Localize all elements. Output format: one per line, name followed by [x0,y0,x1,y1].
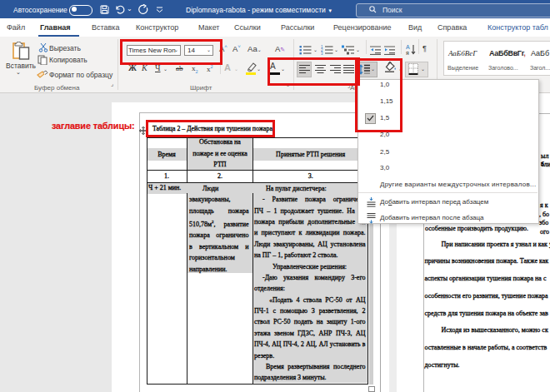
svg-text:3: 3 [321,52,323,55]
svg-text:А: А [406,44,410,50]
svg-text:я: я [406,50,409,56]
